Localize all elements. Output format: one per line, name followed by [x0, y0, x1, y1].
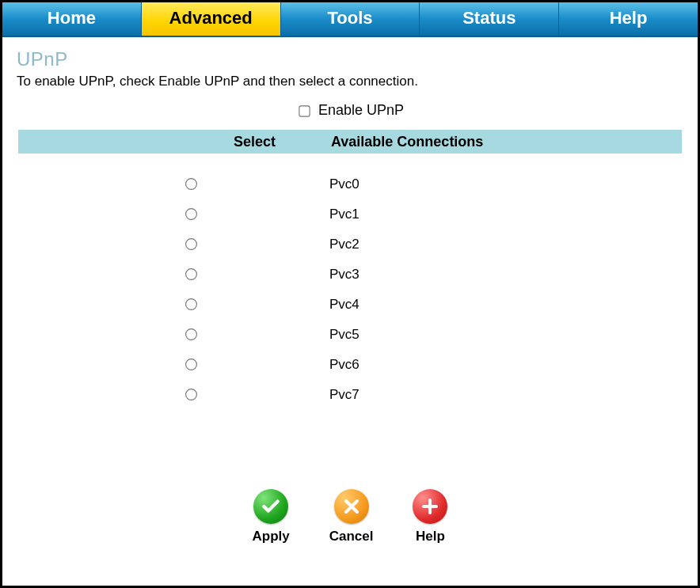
table-row: Pvc5: [17, 320, 683, 350]
button-bar: Apply Cancel Help: [17, 489, 683, 544]
table-row: Pvc6: [17, 350, 683, 380]
connection-radio[interactable]: [185, 389, 197, 400]
table-row: Pvc1: [17, 199, 683, 230]
connection-radio[interactable]: [185, 268, 197, 280]
cancel-button[interactable]: Cancel: [329, 489, 374, 544]
connection-radio[interactable]: [185, 298, 197, 310]
check-icon: [253, 489, 288, 524]
help-label: Help: [416, 529, 445, 544]
page-title: UPnP: [17, 48, 683, 70]
connection-name: Pvc2: [254, 237, 360, 252]
table-row: Pvc3: [17, 260, 683, 290]
table-row: Pvc7: [17, 380, 683, 410]
connection-name: Pvc7: [254, 387, 360, 403]
plus-icon: [413, 489, 447, 524]
help-button[interactable]: Help: [413, 489, 447, 544]
page-description: To enable UPnP, check Enable UPnP and th…: [17, 74, 683, 89]
tab-bar: Home Advanced Tools Status Help: [2, 2, 698, 37]
enable-upnp-label[interactable]: Enable UPnP: [296, 102, 404, 118]
table-row: Pvc4: [17, 290, 683, 320]
connection-name: Pvc0: [254, 176, 360, 192]
cross-icon: [334, 489, 369, 524]
connection-name: Pvc6: [254, 357, 360, 373]
enable-upnp-text: Enable UPnP: [318, 102, 404, 118]
header-select: Select: [18, 134, 307, 150]
tab-home[interactable]: Home: [2, 2, 142, 36]
apply-button[interactable]: Apply: [253, 489, 290, 544]
connections-list: Pvc0 Pvc1 Pvc2 Pvc3 Pvc4 Pvc5: [17, 169, 683, 410]
table-row: Pvc0: [17, 169, 683, 199]
connection-radio[interactable]: [185, 358, 197, 370]
connection-radio[interactable]: [185, 208, 197, 220]
connection-name: Pvc4: [254, 297, 360, 313]
connection-name: Pvc1: [254, 207, 360, 222]
apply-label: Apply: [253, 529, 290, 544]
connections-table-header: Select Available Connections: [18, 130, 682, 154]
enable-upnp-checkbox[interactable]: [299, 105, 310, 116]
connection-name: Pvc5: [254, 327, 360, 343]
tab-help[interactable]: Help: [559, 2, 698, 36]
connection-radio[interactable]: [185, 328, 197, 340]
cancel-label: Cancel: [329, 529, 374, 544]
connection-radio[interactable]: [185, 238, 197, 250]
connection-radio[interactable]: [185, 178, 197, 190]
tab-status[interactable]: Status: [420, 2, 559, 36]
connection-name: Pvc3: [254, 267, 360, 283]
tab-advanced[interactable]: Advanced: [142, 2, 281, 36]
tab-tools[interactable]: Tools: [281, 2, 420, 36]
table-row: Pvc2: [17, 230, 683, 260]
header-connections: Available Connections: [307, 134, 483, 150]
